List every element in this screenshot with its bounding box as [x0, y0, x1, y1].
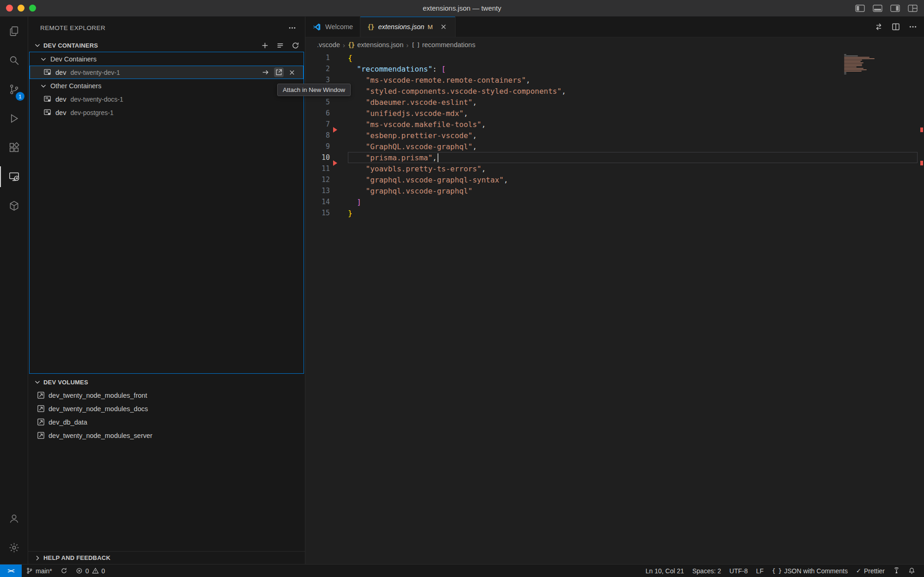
- more-actions-icon[interactable]: [908, 22, 918, 32]
- dev-volumes-list: dev_twenty_node_modules_frontdev_twenty_…: [28, 389, 305, 442]
- code-line-15[interactable]: 15}: [305, 207, 924, 219]
- line-content: {: [348, 52, 918, 63]
- notifications-bell-icon[interactable]: [904, 565, 919, 577]
- minimap-line: [844, 60, 862, 61]
- minimap-line: [844, 57, 869, 58]
- line-number: 7: [305, 120, 330, 128]
- git-deleted-lines-marker[interactable]: [333, 160, 337, 166]
- close-tab-icon[interactable]: [439, 22, 448, 31]
- code-line-10[interactable]: 10 "prisma.prisma",: [305, 152, 924, 163]
- json-file-icon: {}: [367, 23, 374, 30]
- status-indentation[interactable]: Spaces: 2: [688, 565, 725, 577]
- breadcrumb-item[interactable]: .vscode: [317, 41, 340, 49]
- code-line-14[interactable]: 14 ]: [305, 196, 924, 207]
- tab-welcome[interactable]: Welcome: [305, 17, 360, 37]
- minimap-line: [844, 72, 846, 73]
- container-item[interactable]: devdev-twenty-dev-1: [30, 66, 304, 79]
- add-dev-container-icon[interactable]: [260, 41, 270, 50]
- code-token: "esbenp.prettier-vscode": [366, 131, 473, 140]
- line-number: 14: [305, 198, 330, 206]
- run-debug-icon[interactable]: [0, 104, 28, 133]
- container-item[interactable]: devdev-twenty-docs-1: [30, 92, 304, 106]
- minimap-line: [844, 61, 861, 62]
- close-window-button[interactable]: [6, 5, 13, 12]
- code-line-11[interactable]: 11 "yoavbls.pretty-ts-errors",: [305, 163, 924, 174]
- code-token: [348, 187, 366, 195]
- attach-new-window-icon[interactable]: [274, 67, 284, 77]
- code-token: ,: [481, 120, 486, 129]
- line-number: 3: [305, 76, 330, 84]
- status-encoding[interactable]: UTF-8: [725, 565, 752, 577]
- code-line-9[interactable]: 9 "GraphQL.vscode-graphql",: [305, 141, 924, 152]
- traffic-lights: [6, 0, 36, 16]
- stop-container-icon[interactable]: [287, 68, 297, 77]
- remote-indicator[interactable]: ><: [0, 565, 22, 577]
- dev-volume-item[interactable]: dev_db_data: [28, 415, 305, 429]
- status-cursor-position[interactable]: Ln 10, Col 21: [641, 565, 688, 577]
- code-line-4[interactable]: 4 "styled-components.vscode-styled-compo…: [305, 85, 924, 97]
- dev-containers-section-header[interactable]: DEV CONTAINERS: [28, 39, 305, 52]
- status-bar-right: Ln 10, Col 21 Spaces: 2 UTF-8 LF { } JSO…: [641, 565, 924, 577]
- status-formatter[interactable]: ✓ Prettier: [852, 565, 889, 577]
- status-eol[interactable]: LF: [752, 565, 767, 577]
- code-token: [348, 76, 366, 85]
- manage-icon[interactable]: [0, 533, 28, 562]
- status-language[interactable]: { } JSON with Comments: [768, 565, 852, 577]
- minimap-line: [844, 58, 875, 59]
- zoom-window-button[interactable]: [29, 5, 36, 12]
- extensions-icon[interactable]: [0, 133, 28, 162]
- more-actions-icon[interactable]: [287, 23, 298, 33]
- code-line-12[interactable]: 12 "graphql.vscode-graphql-syntax",: [305, 174, 924, 185]
- refresh-icon[interactable]: [291, 41, 300, 50]
- status-sync-icon[interactable]: [56, 565, 72, 577]
- code-line-8[interactable]: 8 "esbenp.prettier-vscode",: [305, 130, 924, 141]
- tab-extensions-json[interactable]: {}extensions.jsonM: [360, 17, 455, 37]
- bell-icon: [908, 567, 915, 574]
- status-feedback-icon[interactable]: [889, 565, 904, 577]
- tree-group-row[interactable]: Dev Containers: [30, 52, 304, 66]
- container-details-icon[interactable]: [275, 41, 285, 50]
- code-line-5[interactable]: 5 "dbaeumer.vscode-eslint",: [305, 97, 924, 108]
- open-changes-icon[interactable]: [874, 22, 884, 32]
- customize-layout-icon[interactable]: [908, 5, 918, 12]
- attach-current-window-icon[interactable]: [261, 67, 270, 77]
- toggle-panel-icon[interactable]: [873, 5, 882, 12]
- section-label: DEV VOLUMES: [43, 379, 88, 386]
- status-problems[interactable]: 0 0: [72, 565, 109, 577]
- toggle-primary-sidebar-icon[interactable]: [855, 5, 865, 12]
- volume-name: dev_twenty_node_modules_server: [49, 432, 152, 439]
- remote-explorer-sidebar: REMOTE EXPLORER DEV CONTAINERS: [28, 17, 305, 564]
- dev-volumes-section-header[interactable]: DEV VOLUMES: [28, 376, 305, 389]
- accounts-icon[interactable]: [0, 504, 28, 533]
- containers-icon[interactable]: [0, 191, 28, 220]
- code-line-13[interactable]: 13 "graphql.vscode-graphql": [305, 185, 924, 196]
- code-line-1[interactable]: 1{: [305, 52, 924, 63]
- minimize-window-button[interactable]: [18, 5, 24, 12]
- dev-volume-item[interactable]: dev_twenty_node_modules_server: [28, 429, 305, 442]
- git-branch-icon: [26, 567, 33, 574]
- search-icon[interactable]: [0, 46, 28, 75]
- help-and-feedback-section[interactable]: HELP AND FEEDBACK: [28, 551, 305, 564]
- breadcrumb-item[interactable]: {}extensions.json: [348, 41, 403, 49]
- status-branch[interactable]: main*: [22, 565, 56, 577]
- minimap[interactable]: [844, 54, 895, 75]
- line-number: 1: [305, 54, 330, 62]
- breadcrumb-item[interactable]: [ ]recommendations: [411, 41, 475, 49]
- toggle-secondary-sidebar-icon[interactable]: [890, 5, 900, 12]
- split-editor-icon[interactable]: [891, 22, 901, 32]
- container-item[interactable]: devdev-postgres-1: [30, 106, 304, 119]
- container-name: dev: [55, 69, 66, 76]
- code-line-6[interactable]: 6 "unifiedjs.vscode-mdx",: [305, 108, 924, 119]
- code-line-7[interactable]: 7 "ms-vscode.makefile-tools",: [305, 119, 924, 130]
- code-line-3[interactable]: 3 "ms-vscode-remote.remote-containers",: [305, 74, 924, 85]
- line-content: "prisma.prisma",: [348, 152, 918, 163]
- dev-volume-item[interactable]: dev_twenty_node_modules_front: [28, 389, 305, 402]
- code-editor[interactable]: 1{2 "recommendations": [3 "ms-vscode-rem…: [305, 52, 924, 564]
- dev-volume-item[interactable]: dev_twenty_node_modules_docs: [28, 402, 305, 415]
- git-deleted-lines-marker[interactable]: [333, 127, 337, 133]
- source-control-icon[interactable]: 1: [0, 75, 28, 104]
- remote-explorer-icon[interactable]: [0, 162, 28, 191]
- tree-group-row[interactable]: Other Containers: [30, 79, 304, 92]
- explorer-icon[interactable]: [0, 17, 28, 46]
- code-line-2[interactable]: 2 "recommendations": [: [305, 63, 924, 74]
